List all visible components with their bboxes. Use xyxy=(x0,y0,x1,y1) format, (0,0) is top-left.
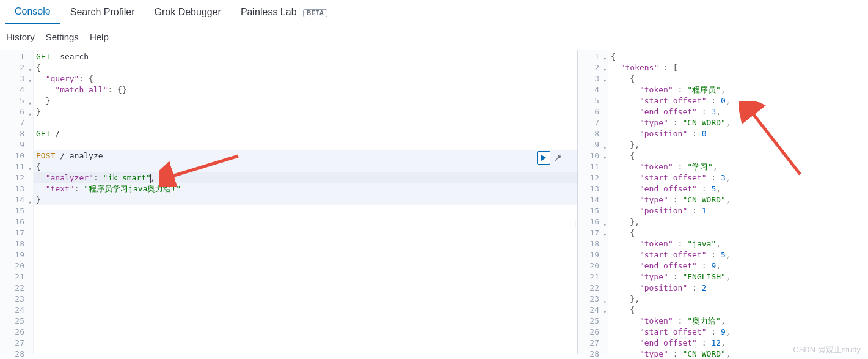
request-actions xyxy=(537,151,564,165)
console-subbar: History Settings Help xyxy=(0,24,868,50)
run-request-button[interactable] xyxy=(537,151,550,165)
response-viewer[interactable]: { "tokens" : [ { "token" : "程序员", "start… xyxy=(608,50,868,354)
tab-painless-lab[interactable]: Painless Lab BETA xyxy=(231,1,338,23)
watermark: CSDN @观止study xyxy=(793,344,861,355)
tab-console[interactable]: Console xyxy=(5,0,60,24)
tab-search-profiler[interactable]: Search Profiler xyxy=(60,1,145,23)
help-link[interactable]: Help xyxy=(90,32,109,42)
top-tabs: Console Search Profiler Grok Debugger Pa… xyxy=(0,0,868,24)
request-pane: 12▾3▾45▴6▴7891011▾121314▴151617181920212… xyxy=(0,50,577,354)
tab-grok-debugger[interactable]: Grok Debugger xyxy=(145,1,231,23)
settings-link[interactable]: Settings xyxy=(46,32,79,42)
history-link[interactable]: History xyxy=(6,32,35,42)
request-editor[interactable]: GET _search{ "query": { "match_all": {} … xyxy=(34,50,577,354)
response-pane: 1▾2▾3▾456789▴10▾111213141516▴17▾18192021… xyxy=(577,50,868,354)
beta-badge: BETA xyxy=(303,9,327,17)
response-gutter: 1▾2▾3▾456789▴10▾111213141516▴17▾18192021… xyxy=(578,50,608,354)
editor-split: 12▾3▾45▴6▴7891011▾121314▴151617181920212… xyxy=(0,50,868,354)
wrench-icon xyxy=(553,154,562,162)
request-gutter: 12▾3▾45▴6▴7891011▾121314▴151617181920212… xyxy=(0,50,34,354)
play-icon xyxy=(541,155,547,161)
tab-painless-lab-label: Painless Lab xyxy=(241,7,297,17)
request-options-button[interactable] xyxy=(552,151,564,165)
